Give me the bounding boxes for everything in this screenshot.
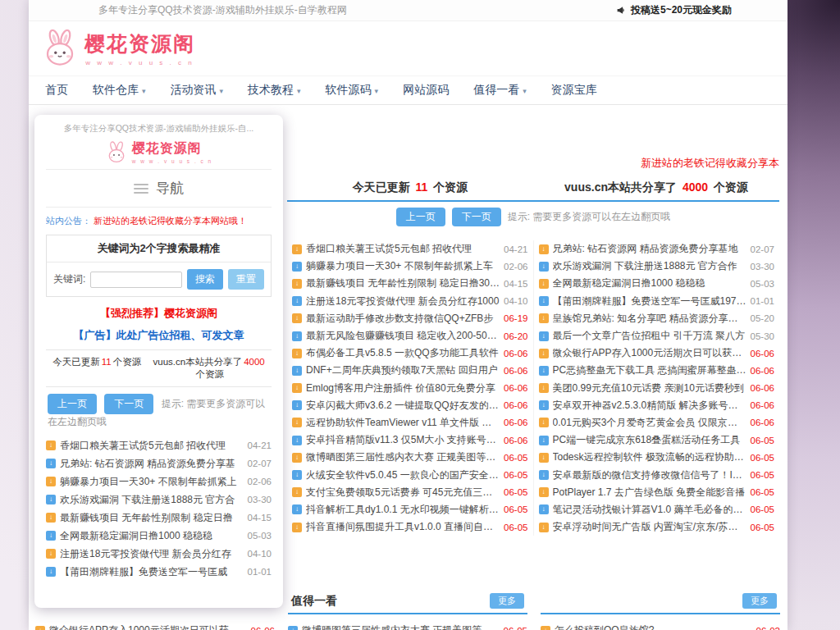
- resource-item[interactable]: ↓ 全网最新稳定漏洞日撸1000 稳稳稳 05-03: [539, 275, 775, 292]
- file-icon: ↓: [46, 459, 56, 468]
- prev-page-button[interactable]: 上一页: [396, 208, 445, 226]
- resource-date: 06-19: [504, 313, 527, 323]
- resource-item[interactable]: ↓ 【莆田潮牌鞋服】免费送空军一号匡威1970s 01-01: [539, 293, 775, 310]
- resource-item[interactable]: ↓ 抖音直播间氛围提升工具v1.0.0 直播间自动发 06-05: [292, 518, 528, 536]
- resource-item[interactable]: ↓ 香烟口粮关薯王试货5元包邮 招收代理 04-21: [292, 240, 528, 258]
- resource-item[interactable]: ↓ 【莆田潮牌鞋服】免费送空军一号匡威 01-01: [46, 563, 272, 581]
- nav-item[interactable]: 网站源码 ▾: [403, 83, 449, 98]
- resource-title: 注册送18元零投资做代理 新会员分红存1000: [306, 294, 500, 308]
- resource-item[interactable]: ↓ 躺赚暴力项目一天30+ 不限制年龄抓紧上车 02-06: [292, 258, 528, 275]
- resource-title: 0.01元购买3个月爱奇艺黄金会员 仅限京东白: [553, 416, 746, 430]
- resource-item[interactable]: ↓ 微博晒图第三届性感内衣大赛 正规美图等你欣 06-05: [292, 449, 528, 466]
- resource-item[interactable]: ↓ 全网最新稳定漏洞日撸1000 稳稳稳 05-03: [46, 527, 272, 545]
- resource-date: 02-06: [504, 262, 527, 272]
- resource-item[interactable]: ↓ 兄弟站: 钻石资源网 精品资源免费分享基 02-07: [46, 454, 272, 472]
- sidebar-nav-toggle[interactable]: 导航: [46, 170, 272, 207]
- ad-slot-link[interactable]: 【广告】此处广告位招租、可发文章: [46, 328, 272, 343]
- resource-item[interactable]: ↓ 微众银行APP存入1000元活期次日可以获得无门 06-06: [35, 622, 275, 630]
- resource-item[interactable]: ↓ 安卓闪截大师v3.6.2 一键提取QQ好友发的闪照 06-06: [292, 397, 528, 414]
- stats-today-suffix: 个资源: [113, 357, 142, 367]
- resource-title: 香烟口粮关薯王试货5元包邮 招收代理: [306, 242, 500, 256]
- resource-title: 兄弟站: 钻石资源网 精品资源免费分享基: [60, 457, 244, 471]
- resource-item[interactable]: ↓ 注册送18元零投资做代理 新会员分红存 04-10: [46, 545, 272, 563]
- resource-item[interactable]: ↓ 最新无风险包赚赚钱项目 稳定收入200-500元 06-20: [292, 327, 528, 345]
- bottom-panel: 值得一看 更多: [288, 589, 527, 614]
- resource-title: PC端一键完成京东618叠蛋糕活动任务工具: [553, 433, 746, 447]
- site-name: 樱花资源阁: [84, 30, 195, 57]
- prev-page-button[interactable]: 上一页: [48, 394, 97, 414]
- more-button[interactable]: 更多: [742, 593, 777, 609]
- stats-today-count: 11: [102, 357, 112, 367]
- resource-item[interactable]: ↓ 微博晒图第三届性感内衣大赛 正规美图等你欣赏 06-05: [288, 622, 527, 630]
- resource-section: 今天已更新 11 个资源 vuus.cn本站共分享了 4000 个资源 上一页 …: [287, 174, 779, 536]
- reset-button[interactable]: 重置: [228, 269, 264, 290]
- resource-item[interactable]: ↓ 躺赚暴力项目一天30+ 不限制年龄抓紧上 02-06: [46, 472, 272, 491]
- site-header: 樱花资源阁 w w w . v u u s . c n: [29, 21, 788, 75]
- resource-date: 06-05: [504, 523, 527, 532]
- resource-item[interactable]: ↓ PC端一键完成京东618叠蛋糕活动任务工具 06-05: [539, 431, 775, 449]
- topbar-promo-label: 投稿送5~20元现金奖励: [631, 3, 732, 17]
- file-icon: ↓: [539, 366, 549, 376]
- resource-item[interactable]: ↓ 最新赚钱项目 无年龄性别限制 稳定日撸 04-15: [46, 509, 272, 527]
- sidebar-logo[interactable]: 樱花资源阁 w w w . v u u s . c n: [46, 135, 272, 169]
- site-tagline: 多年专注分享QQ技术资源-游戏辅助外挂娱乐-自学教程网: [98, 3, 347, 17]
- nav-item-label: 活动资讯: [171, 83, 217, 98]
- resource-date: 04-10: [248, 549, 272, 559]
- resource-title: 安卓双开神器v2.5.3.0精简版 解决多账号切换: [553, 399, 746, 413]
- resource-item[interactable]: ↓ 欢乐游戏漏洞 下载注册送1888元 官方合 03-30: [46, 491, 272, 509]
- resource-item[interactable]: ↓ PotPlayer 1.7 去广告绿色版 免费全能影音播 06-05: [539, 484, 775, 501]
- resource-item[interactable]: ↓ 微众银行APP存入1000元活期次日可以获得无 06-06: [539, 345, 775, 362]
- resource-item[interactable]: ↓ 火绒安全软件v5.0.45 一款良心的国产安全软件 06-05: [292, 466, 528, 483]
- resource-item[interactable]: ↓ 最新赚钱项目 无年龄性别限制 稳定日撸300+ 04-15: [292, 275, 528, 292]
- resource-item[interactable]: ↓ 安卓最新版的微信支持修改微信信号了！IOS版 06-05: [539, 466, 775, 483]
- resource-title: 微博晒图第三届性感内衣大赛 正规美图等你欣赏: [302, 623, 500, 630]
- nav-item[interactable]: 资源宝库 ▾: [551, 83, 597, 98]
- resource-item[interactable]: ↓ DNF+二周年庆典预约领取7天黑钻 回归用户 06-06: [292, 362, 528, 379]
- keyword-input[interactable]: [90, 272, 182, 288]
- resource-item[interactable]: ↓ Todesk远程控制软件 极致流畅的远程协助工具 06-05: [539, 449, 775, 466]
- next-page-button[interactable]: 下一页: [452, 208, 501, 226]
- resource-date: 01-01: [248, 567, 272, 577]
- nav-item[interactable]: 活动资讯 ▾: [171, 83, 224, 98]
- resource-item[interactable]: ↓ Emlog博客用户注册插件 价值80元免费分享 06-06: [292, 380, 528, 397]
- resource-item[interactable]: ↓ 安卓抖音精简版v11.3 仅5M大小 支持账号登录 06-06: [292, 431, 528, 449]
- resource-title: 安卓闪截大师v3.6.2 一键提取QQ好友发的闪照: [306, 399, 500, 413]
- search-button[interactable]: 搜索: [187, 269, 223, 290]
- chevron-down-icon: ▾: [523, 87, 527, 95]
- resource-item[interactable]: ↓ 最新运动助手修改步数支持微信QQ+ZFB步 06-19: [292, 310, 528, 327]
- resource-item[interactable]: ↓ PC恶搞整蛊无下载工具 恶搞闺蜜屏幕整蛊专 效 06-06: [539, 362, 775, 379]
- resource-item[interactable]: ↓ 安卓浮动时间无广告版 内置淘宝/京东/苏宁/拼 06-05: [539, 518, 775, 536]
- resource-item[interactable]: ↓ 兄弟站: 钻石资源网 精品资源免费分享基地 02-07: [539, 240, 775, 258]
- nav-item[interactable]: 技术教程 ▾: [248, 83, 301, 98]
- recommend-ad-link[interactable]: 【强烈推荐】樱花资源阁: [46, 306, 272, 321]
- resource-item[interactable]: ↓ 美团0.99元充值10元话费 亲测10元话费秒到 06-06: [539, 380, 775, 397]
- resource-item[interactable]: ↓ 香烟口粮关薯王试货5元包邮 招收代理 04-21: [46, 436, 272, 454]
- more-button[interactable]: 更多: [490, 593, 524, 609]
- site-logo[interactable]: 樱花资源阁 w w w . v u u s . c n: [40, 29, 195, 68]
- topbar-promo[interactable]: 投稿送5~20元现金奖励: [616, 3, 732, 17]
- stats-total-suffix: 个资源: [195, 369, 224, 379]
- resource-item[interactable]: ↓ 抖音解析工具dy1.0.1 无水印视频一键解析软件 06-05: [292, 501, 528, 518]
- resource-title: 香烟口粮关薯王试货5元包邮 招收代理: [60, 439, 244, 453]
- resource-item[interactable]: ↓ 欢乐游戏漏洞 下载注册送1888元 官方合作 03-30: [539, 258, 775, 275]
- resource-item[interactable]: ↓ 0.01元购买3个月爱奇艺黄金会员 仅限京东白 06-06: [539, 414, 775, 431]
- nav-item[interactable]: 首页 ▾: [45, 83, 68, 98]
- file-icon: ↓: [539, 244, 549, 254]
- resource-item[interactable]: ↓ 最后一个文章广告位招租中 引千万流 聚八方 05-30: [539, 327, 775, 345]
- resource-item[interactable]: ↓ 笔记灵活动找银计算器V1.0 薅羊毛必备的一款软 06-05: [539, 501, 775, 518]
- resource-item[interactable]: ↓ 注册送18元零投资做代理 新会员分红存1000 04-10: [292, 293, 528, 310]
- chevron-down-icon: ▾: [220, 87, 224, 95]
- file-icon: ↓: [292, 504, 302, 514]
- resource-item[interactable]: ↓ 远程协助软件TeamViewer v11 单文件版 方便 06-06: [292, 414, 528, 431]
- nav-item[interactable]: 软件源码 ▾: [326, 83, 379, 98]
- resource-item[interactable]: ↓ 皇族馆兄弟站: 知名分享吧 精品资源分享基地 05-20: [539, 310, 775, 327]
- nav-item[interactable]: 软件仓库 ▾: [93, 83, 146, 98]
- resource-item[interactable]: ↓ 安卓双开神器v2.5.3.0精简版 解决多账号切换 06-06: [539, 397, 775, 414]
- resource-item[interactable]: ↓ 怎么投稿到QQ皇族馆? 06-02: [541, 622, 780, 630]
- resource-date: 05-03: [248, 531, 272, 541]
- next-page-button[interactable]: 下一页: [104, 394, 153, 414]
- resource-title: 【莆田潮牌鞋服】免费送空军一号匡威1970s: [553, 294, 746, 308]
- resource-item[interactable]: ↓ 支付宝免费领取5元话费券 可45元充值三网50 06-05: [292, 484, 528, 501]
- resource-item[interactable]: ↓ 布偶必备工具v5.8.5 一款QQ多功能工具软件 06-06: [292, 345, 528, 362]
- nav-item[interactable]: 值得一看 ▾: [473, 83, 527, 98]
